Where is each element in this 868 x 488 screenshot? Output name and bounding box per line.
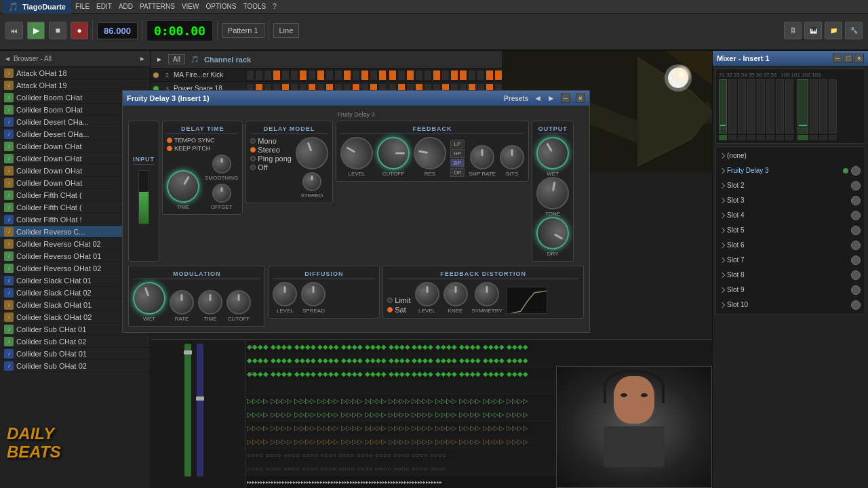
cutoff-knob[interactable] <box>377 137 410 169</box>
mixer-strip[interactable] <box>810 79 818 134</box>
send-level-knob[interactable] <box>851 270 861 280</box>
slot-10[interactable]: Slot 10 <box>717 298 863 312</box>
ping-pong-radio[interactable]: Ping pong <box>250 155 292 163</box>
menu-item-options[interactable]: OPTIONS <box>203 1 239 12</box>
slot-6[interactable]: Slot 6 <box>717 238 863 253</box>
beat-pad[interactable] <box>299 70 307 81</box>
beat-pad[interactable] <box>290 70 298 81</box>
plugin-icon[interactable]: 🔧 <box>845 22 863 39</box>
beat-pad[interactable] <box>317 70 325 81</box>
dist-level-knob[interactable] <box>415 282 439 306</box>
slot-4[interactable]: Slot 4 <box>717 208 863 223</box>
model-off-radio[interactable]: Off <box>250 163 292 171</box>
send-level-knob[interactable] <box>851 241 861 250</box>
menu-item-help[interactable]: ? <box>270 1 279 12</box>
beat-pad[interactable] <box>450 70 458 81</box>
mixer-strip[interactable] <box>785 79 793 134</box>
mixer-strip[interactable] <box>719 79 727 134</box>
beat-pad[interactable] <box>273 70 281 81</box>
mod-rate-knob[interactable] <box>170 290 194 314</box>
beat-pad[interactable] <box>433 70 441 81</box>
bpm-display[interactable]: 86.000 <box>97 22 138 39</box>
tempo-sync-radio[interactable]: TEMPO SYNC <box>167 137 215 144</box>
mod-wet-knob[interactable] <box>128 277 170 319</box>
send-level-knob[interactable] <box>851 211 861 220</box>
diff-level-knob[interactable] <box>273 282 297 306</box>
send-level-knob[interactable] <box>851 196 861 205</box>
rewind-button[interactable]: ⏮ <box>5 22 23 39</box>
beat-pad[interactable] <box>264 70 272 81</box>
volume-fader[interactable] <box>184 344 191 476</box>
wet-output-knob[interactable] <box>530 131 575 176</box>
beat-pad[interactable] <box>334 70 342 81</box>
beat-pad[interactable] <box>255 70 263 81</box>
mixer-strip[interactable] <box>757 79 765 134</box>
send-level-knob[interactable] <box>851 181 861 190</box>
slot-3[interactable]: Slot 3 <box>717 193 863 208</box>
feedback-level-knob[interactable] <box>334 131 379 176</box>
mixer-strip[interactable] <box>829 79 837 134</box>
res-knob[interactable] <box>411 134 449 172</box>
delay-model-main-knob[interactable] <box>291 132 333 174</box>
beat-pad[interactable] <box>486 70 494 81</box>
list-item[interactable]: ♪ Attack OHat 18 <box>0 67 150 79</box>
menu-item-patterns[interactable]: PATTERNS <box>137 1 178 12</box>
beat-pad[interactable] <box>378 70 387 81</box>
browser-icon[interactable]: 📁 <box>825 22 842 39</box>
send-level-knob[interactable] <box>851 285 861 295</box>
play-button[interactable]: ▶ <box>27 22 45 39</box>
browse-arrow-right[interactable]: ► <box>139 55 146 62</box>
stop-button[interactable]: ■ <box>49 22 66 39</box>
mixer-close-button[interactable]: × <box>854 54 864 63</box>
send-level-knob[interactable] <box>851 166 861 176</box>
list-item[interactable]: ♪ Collider Sub CHat 02 <box>0 336 150 348</box>
menu-item-edit[interactable]: EDIT <box>94 1 115 12</box>
stereo-radio[interactable]: Stereo <box>250 146 292 154</box>
plugin-close-button[interactable]: × <box>576 94 585 103</box>
none-slot[interactable]: (none) <box>717 148 863 163</box>
mixer-strip[interactable] <box>776 79 784 134</box>
pan-fader[interactable] <box>197 344 203 476</box>
menu-item-file[interactable]: FILE <box>73 1 92 12</box>
menu-item-tools[interactable]: TOOLS <box>240 1 269 12</box>
slot-8[interactable]: Slot 8 <box>717 268 863 283</box>
mixer-strip[interactable] <box>766 79 774 134</box>
diff-spread-knob[interactable] <box>301 282 326 306</box>
beat-pad[interactable] <box>370 70 378 81</box>
next-preset-button[interactable]: ► <box>547 94 555 103</box>
slot-7[interactable]: Slot 7 <box>717 253 863 268</box>
bits-knob[interactable] <box>500 145 524 169</box>
beat-pad[interactable] <box>397 70 406 81</box>
hp-button[interactable]: HP <box>450 149 465 158</box>
prev-preset-button[interactable]: ◄ <box>534 94 542 103</box>
beat-pad[interactable] <box>308 70 316 81</box>
smp-rate-knob[interactable] <box>470 145 494 169</box>
beat-pad[interactable] <box>246 70 254 81</box>
expand-icon[interactable]: ► <box>156 56 163 63</box>
time-knob[interactable] <box>161 164 205 209</box>
sat-radio[interactable]: Sat <box>387 306 410 314</box>
beat-pad[interactable] <box>352 70 360 81</box>
beat-pad[interactable] <box>441 70 450 81</box>
all-label[interactable]: All <box>168 54 185 64</box>
plugin-minimize-button[interactable]: ─ <box>561 94 570 103</box>
piano-roll-icon[interactable]: 🎹 <box>804 22 822 39</box>
beat-pad[interactable] <box>415 70 423 81</box>
beat-pad[interactable] <box>281 70 290 81</box>
menu-item-add[interactable]: ADD <box>116 1 136 12</box>
pattern-selector[interactable]: Pattern 1 <box>222 23 264 38</box>
line-selector[interactable]: Line <box>273 23 300 38</box>
list-item[interactable]: ♪ Collider Sub OHat 01 <box>0 348 150 360</box>
dry-knob[interactable] <box>530 211 575 256</box>
mixer-max-button[interactable]: □ <box>844 54 853 63</box>
list-item[interactable]: ♪ Collider Sub OHat 02 <box>0 360 150 372</box>
mod-time-knob[interactable] <box>198 290 222 314</box>
mixer-strip[interactable] <box>819 79 827 134</box>
mixer-strip[interactable] <box>738 79 746 134</box>
offset-knob[interactable] <box>212 184 231 203</box>
mod-cutoff-knob[interactable] <box>226 290 251 314</box>
beat-pad[interactable] <box>468 70 476 81</box>
mixer-strip[interactable] <box>728 79 736 134</box>
mixer-strip[interactable] <box>747 79 755 134</box>
bp-button[interactable]: BP <box>450 159 465 167</box>
